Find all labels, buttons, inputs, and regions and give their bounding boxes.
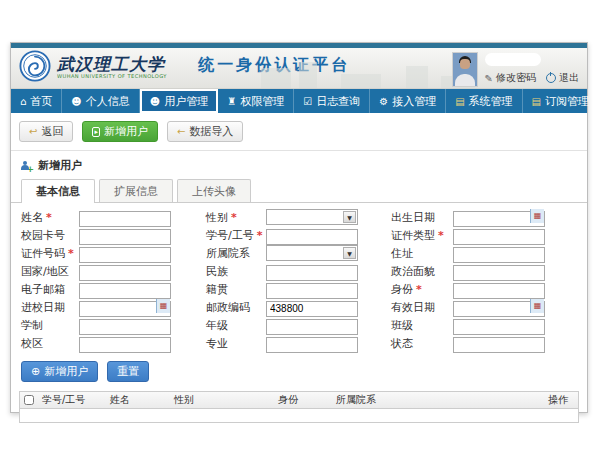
power-icon	[546, 73, 556, 83]
status-input[interactable]	[453, 337, 545, 353]
logout-link[interactable]: 退出	[546, 71, 579, 85]
avatar-shirt	[455, 74, 475, 86]
user-table-empty-row	[20, 409, 578, 422]
nav-item-system-management[interactable]: ▤ 系统管理	[446, 89, 522, 113]
nav-item-user-management[interactable]: ☻ 用户管理	[140, 89, 218, 113]
ethnicity-label: 民族	[206, 264, 266, 279]
nav-item-log-query[interactable]: ☑ 日志查询	[294, 89, 370, 113]
university-name-en: WUHAN UNIVERSITY OF TECHNOLOGY	[57, 73, 167, 79]
calendar-icon[interactable]: ▦	[530, 299, 544, 313]
email-input[interactable]	[79, 283, 171, 299]
grade-label: 年级	[206, 318, 266, 333]
section-header: + 新增用户	[11, 151, 587, 176]
back-button[interactable]: ↩ 返回	[19, 121, 73, 142]
header-right: ✎ 修改密码 退出	[452, 52, 579, 87]
username-redacted	[485, 53, 541, 66]
nav-label: 日志查询	[316, 94, 360, 109]
pencil-icon: ✎	[485, 73, 493, 84]
building-watermark	[341, 74, 381, 88]
user-avatar	[452, 52, 478, 87]
app-window: 武汉理工大学 WUHAN UNIVERSITY OF TECHNOLOGY 统一…	[10, 42, 588, 413]
valid-date-label: 有效日期	[391, 300, 453, 315]
users-icon: ☻	[150, 96, 160, 107]
nav-item-home[interactable]: ⌂ 首页	[11, 89, 62, 113]
data-import-button[interactable]: ← 数据导入	[167, 121, 243, 142]
major-label: 专业	[206, 336, 266, 351]
logout-label: 退出	[559, 71, 579, 85]
university-logo	[19, 50, 51, 86]
column-operation: 操作	[544, 393, 578, 407]
header: 武汉理工大学 WUHAN UNIVERSITY OF TECHNOLOGY 统一…	[11, 48, 587, 89]
address-label: 住址	[391, 246, 453, 261]
plus-icon: +	[26, 164, 34, 174]
country-label: 国家/地区	[21, 264, 79, 279]
nav-label: 订阅管理	[545, 94, 589, 109]
name-label: 姓名*	[21, 210, 79, 225]
chevron-down-icon: ▼	[343, 211, 356, 223]
add-user-toolbar-button[interactable]: ▸ 新增用户	[82, 121, 158, 142]
main-nav: ⌂ 首页 ☻ 个人信息 ☻ 用户管理 ♜ 权限管理 ☑ 日志查询 ⚙ 接入管理 …	[11, 89, 587, 113]
tab-upload-avatar[interactable]: 上传头像	[177, 179, 251, 202]
birth-date-label: 出生日期	[391, 210, 453, 225]
university-title-block: 武汉理工大学 WUHAN UNIVERSITY OF TECHNOLOGY	[57, 56, 186, 80]
user-table-header: 学号/工号 姓名 性别 身份 所属院系 操作	[20, 392, 578, 409]
university-name-cn: 武汉理工大学	[57, 56, 186, 73]
gender-label: 性别*	[206, 210, 266, 225]
department-select[interactable]: ▼	[266, 245, 358, 261]
identity-input[interactable]	[453, 283, 545, 299]
calendar-icon[interactable]: ▦	[530, 209, 544, 223]
column-gender: 性别	[170, 393, 274, 407]
campus-label: 校区	[21, 336, 79, 351]
add-user-person-icon: +	[21, 161, 32, 171]
basic-info-form: 姓名* 性别* ▼ 出生日期 ▦ 校园卡号 学号/工号* 证件类型* 证件号码*…	[21, 208, 577, 352]
calendar-icon[interactable]: ▦	[156, 299, 170, 313]
enroll-date-label: 进校日期	[21, 300, 79, 315]
change-password-link[interactable]: ✎ 修改密码	[485, 71, 536, 85]
tab-basic-info[interactable]: 基本信息	[21, 179, 95, 203]
subscription-file-icon: ▤	[532, 96, 541, 107]
campus-input[interactable]	[79, 337, 171, 353]
change-password-label: 修改密码	[496, 71, 536, 85]
column-department: 所属院系	[332, 393, 544, 407]
student-id-label: 学号/工号*	[206, 228, 266, 243]
select-all-checkbox[interactable]	[24, 395, 34, 405]
person-icon: ☻	[71, 96, 81, 107]
nav-label: 系统管理	[469, 94, 513, 109]
political-status-label: 政治面貌	[391, 264, 453, 279]
section-title: 新增用户	[38, 158, 82, 173]
tab-extended-info[interactable]: 扩展信息	[99, 179, 173, 202]
toolbar: ↩ 返回 ▸ 新增用户 ← 数据导入	[11, 113, 587, 142]
student-id-input[interactable]	[266, 229, 358, 245]
log-check-icon: ☑	[303, 96, 312, 107]
form-actions: ⊕ 新增用户 重置	[11, 352, 587, 382]
form-tabs: 基本信息 扩展信息 上传头像	[11, 179, 587, 203]
add-user-toolbar-label: 新增用户	[104, 124, 148, 139]
nav-item-subscription-management[interactable]: ▤ 订阅管理	[523, 89, 599, 113]
nav-item-access-management[interactable]: ⚙ 接入管理	[370, 89, 446, 113]
nav-label: 个人信息	[86, 94, 130, 109]
id-number-label: 证件号码*	[21, 246, 79, 261]
gear-icon: ⚙	[379, 96, 388, 107]
building-watermark	[299, 62, 317, 88]
reset-button[interactable]: 重置	[107, 361, 149, 382]
gender-select[interactable]: ▼	[266, 209, 358, 225]
avatar-face	[460, 59, 470, 69]
class-label: 班级	[391, 318, 453, 333]
nav-label: 权限管理	[240, 94, 284, 109]
reset-button-label: 重置	[117, 364, 139, 379]
schooling-length-label: 学制	[21, 318, 79, 333]
identity-label: 身份*	[391, 282, 453, 297]
native-place-label: 籍贯	[206, 282, 266, 297]
home-icon: ⌂	[20, 96, 26, 107]
add-user-submit-button[interactable]: ⊕ 新增用户	[21, 361, 98, 382]
import-arrow-icon: ←	[177, 126, 185, 137]
column-student-id: 学号/工号	[38, 393, 106, 407]
column-identity: 身份	[274, 393, 332, 407]
major-input[interactable]	[266, 337, 358, 353]
department-label: 所属院系	[206, 246, 266, 261]
system-file-icon: ▤	[455, 96, 464, 107]
nav-item-permission-management[interactable]: ♜ 权限管理	[218, 89, 294, 113]
nav-label: 用户管理	[164, 94, 208, 109]
chevron-down-icon: ▼	[343, 247, 356, 259]
nav-item-profile[interactable]: ☻ 个人信息	[62, 89, 139, 113]
